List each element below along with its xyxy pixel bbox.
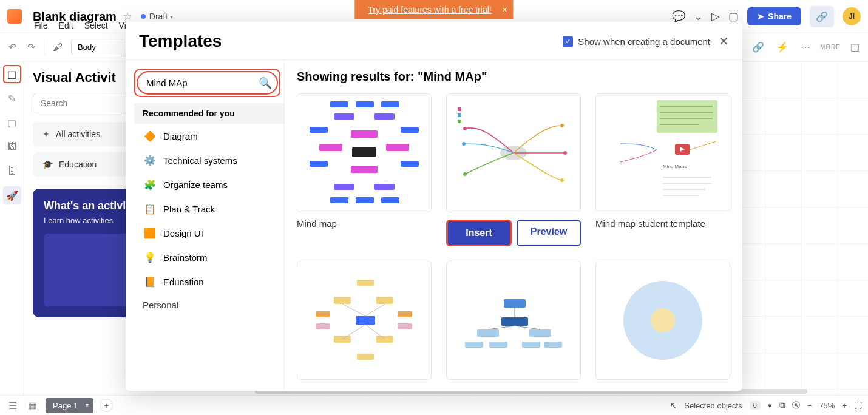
trial-banner[interactable]: Try paid features with a free trial! ×: [354, 0, 513, 19]
container-rail-icon[interactable]: ▢: [3, 113, 21, 132]
document-status[interactable]: Draft: [149, 12, 168, 21]
templates-modal: Templates ✓ Show when creating a documen…: [126, 22, 742, 391]
add-page-button[interactable]: +: [100, 399, 113, 412]
menu-select[interactable]: Select: [84, 21, 108, 30]
svg-rect-42: [334, 297, 351, 304]
fullscreen-icon[interactable]: ⛶: [854, 401, 862, 410]
more-menu-icon[interactable]: ⋯: [798, 39, 813, 55]
status-caret-icon[interactable]: ▾: [170, 13, 173, 20]
student-template-preview-icon: Mind Maps: [596, 94, 730, 212]
category-organize[interactable]: 🧩 Organize teams: [134, 172, 284, 197]
link-tool-icon[interactable]: 🔗: [750, 39, 767, 55]
template-thumb: [595, 261, 730, 380]
template-card-row2-1[interactable]: [297, 261, 432, 380]
svg-rect-8: [374, 184, 395, 190]
text-style-select[interactable]: Body: [71, 39, 132, 55]
calendar-icon: 📋: [143, 201, 157, 216]
share-label: Share: [768, 12, 792, 21]
recommended-header: Recommended for you: [134, 103, 284, 124]
zoom-in-button[interactable]: +: [842, 401, 847, 410]
svg-rect-27: [458, 113, 461, 117]
layers-icon[interactable]: ⧉: [779, 400, 785, 410]
svg-line-53: [365, 304, 385, 316]
insert-button[interactable]: Insert: [446, 220, 512, 246]
show-on-create-checkbox[interactable]: ✓ Show when creating a document: [563, 36, 710, 47]
svg-rect-6: [374, 113, 395, 120]
play-icon[interactable]: ▷: [711, 10, 720, 23]
template-card-row2-2[interactable]: [446, 261, 581, 380]
menu-view[interactable]: Vi: [119, 21, 126, 30]
svg-rect-5: [334, 113, 354, 120]
chip-label: All activities: [56, 129, 100, 139]
trial-banner-text[interactable]: Try paid features with a free trial!: [368, 5, 491, 15]
panel-toggle-icon[interactable]: ◫: [848, 39, 862, 55]
preview-button[interactable]: Preview: [517, 220, 581, 246]
data-rail-icon[interactable]: 🗄: [3, 162, 21, 180]
category-label: Design UI: [163, 228, 203, 238]
svg-rect-48: [316, 323, 330, 329]
share-button[interactable]: ➤ Share: [747, 7, 801, 25]
svg-rect-16: [330, 101, 348, 107]
cursor-icon[interactable]: ↖: [670, 401, 677, 410]
modal-body: 🔍 Recommended for you 🔶 Diagram ⚙️ Techn…: [126, 59, 742, 391]
modal-backdrop: Templates ✓ Show when creating a documen…: [0, 0, 868, 415]
template-search-input[interactable]: [137, 71, 278, 95]
svg-rect-9: [310, 127, 328, 133]
paint-format-icon[interactable]: 🖌: [50, 39, 65, 55]
sparkle-icon: ✦: [42, 129, 50, 139]
comment-icon[interactable]: 💬: [672, 10, 685, 23]
zoom-level[interactable]: 75%: [819, 401, 835, 410]
svg-rect-43: [376, 297, 393, 304]
grid-view-icon[interactable]: ▦: [25, 397, 39, 414]
template-thumb: [297, 261, 432, 380]
shapes-rail-icon[interactable]: ✎: [3, 89, 21, 107]
copy-link-button[interactable]: 🔗: [810, 6, 834, 27]
svg-rect-13: [330, 197, 348, 203]
template-card-row2-3[interactable]: [595, 261, 730, 380]
svg-rect-46: [316, 311, 330, 317]
template-card-selected[interactable]: Insert Preview: [446, 93, 581, 246]
category-diagram[interactable]: 🔶 Diagram: [134, 124, 284, 148]
chip-education[interactable]: 🎓 Education: [33, 152, 137, 177]
chip-label: Education: [59, 160, 97, 169]
category-label: Plan & Track: [163, 204, 215, 214]
accessibility-icon[interactable]: Ⓐ: [792, 400, 800, 411]
svg-rect-50: [357, 280, 374, 286]
menu-edit[interactable]: Edit: [59, 21, 73, 30]
action-icon[interactable]: ⚡: [774, 39, 791, 55]
org-icon: 🧩: [143, 177, 157, 192]
design-icon: 🟧: [143, 226, 157, 240]
rocket-rail-icon[interactable]: 🚀: [3, 186, 21, 204]
template-thumb: [297, 93, 432, 212]
template-card-student[interactable]: Mind Maps Mind map student template: [595, 93, 730, 246]
svg-rect-2: [351, 166, 378, 173]
category-label: Organize teams: [163, 180, 228, 190]
chip-all-activities[interactable]: ✦ All activities: [33, 122, 137, 146]
close-modal-icon[interactable]: ✕: [719, 34, 729, 49]
diagram-icon: 🔶: [143, 129, 157, 143]
zoom-out-button[interactable]: −: [807, 401, 812, 410]
trial-close-icon[interactable]: ×: [502, 5, 507, 15]
category-plan[interactable]: 📋 Plan & Track: [134, 197, 284, 221]
menu-file[interactable]: File: [34, 21, 48, 30]
svg-rect-4: [386, 144, 409, 151]
category-design[interactable]: 🟧 Design UI: [134, 221, 284, 245]
template-label: Mind map: [297, 218, 432, 229]
selected-caret-icon[interactable]: ▾: [768, 401, 772, 410]
category-personal[interactable]: Personal: [134, 294, 284, 316]
video-icon[interactable]: ▢: [728, 10, 739, 23]
category-brainstorm[interactable]: 💡 Brainstorm: [134, 245, 284, 269]
page-tab[interactable]: Page 1 ▾: [46, 398, 93, 413]
mindmap-preview-icon: [297, 94, 431, 212]
category-technical[interactable]: ⚙️ Technical systems: [134, 148, 284, 172]
templates-rail-icon[interactable]: ◫: [3, 65, 21, 83]
undo-icon[interactable]: ↶: [6, 39, 19, 55]
user-avatar[interactable]: JI: [843, 7, 861, 25]
svg-point-23: [560, 124, 564, 127]
category-education[interactable]: 📙 Education: [134, 269, 284, 294]
redo-icon[interactable]: ↷: [25, 39, 38, 55]
template-card-mind-map[interactable]: Mind map: [297, 93, 432, 246]
image-rail-icon[interactable]: 🖼: [3, 138, 21, 156]
chevron-down-icon[interactable]: ⌄: [694, 10, 703, 23]
list-view-icon[interactable]: ☰: [6, 397, 19, 414]
